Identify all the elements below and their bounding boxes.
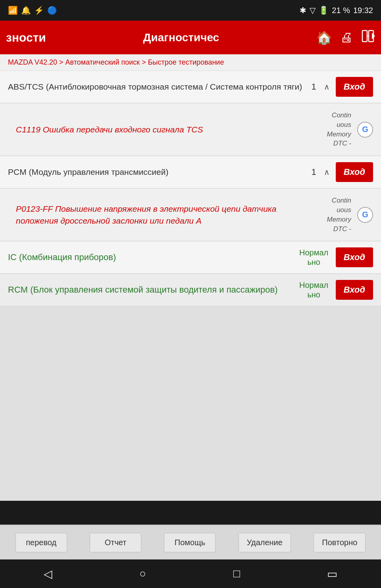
nav-title-left: зности [6,31,46,44]
nav-icons: 🏠 🖨 [316,29,375,46]
menu-button[interactable]: ▭ [327,567,337,580]
pcm-dtc-text: P0123-FF Повышение напряжения в электрич… [16,203,308,226]
share-nav-button[interactable] [361,29,375,46]
report-button[interactable]: Отчет [90,533,141,552]
home-nav-button[interactable]: 🏠 [316,30,332,45]
abs-enter-button[interactable]: Вход [336,77,373,97]
ic-module-row: IC (Комбинация приборов) Нормально Вход [0,241,381,274]
bluetooth-icon: ✱ [300,6,306,15]
bottom-bar: перевод Отчет Помощь Удаление Повторно [0,525,381,559]
status-left-icons: 📶 🔔 ⚡ 🔵 [8,6,57,15]
home-button[interactable]: ○ [139,567,146,580]
pcm-google-search-button[interactable]: G [357,207,373,223]
back-button[interactable]: ◁ [44,567,52,580]
translate-button[interactable]: перевод [15,533,67,552]
pcm-chevron-icon: ∧ [324,167,330,177]
abs-google-search-button[interactable]: G [357,122,373,138]
abs-dtc-text: C1119 Ошибка передачи входного сигнала T… [16,124,308,135]
pcm-dtc-status: ContinuousMemoryDTC - [308,196,351,234]
pcm-error-count: 1 [308,167,320,177]
notification-icon: 🔔 [21,6,31,15]
battery-icon: 🔋 [319,6,329,15]
print-nav-button[interactable]: 🖨 [340,30,353,45]
nav-title-center: Диагностичес [50,31,312,44]
rcm-module-name: RCM (Блок управления системой защиты вод… [8,285,298,295]
rcm-enter-button[interactable]: Вход [336,280,373,300]
android-nav-bar: ◁ ○ □ ▭ [0,559,381,588]
rcm-module-row: RCM (Блок управления системой защиты вод… [0,274,381,306]
pcm-module-name: PCM (Модуль управления трансмиссией) [8,167,308,177]
breadcrumb: MAZDA V42.20 > Автоматический поиск > Бы… [0,54,381,71]
abs-dtc-status: ContinuousMemoryDTC - [308,111,351,148]
wifi-icon: ▽ [310,6,316,15]
ic-module-status: Нормально [298,248,330,267]
ic-enter-button[interactable]: Вход [336,247,373,267]
abs-module-name: ABS/TCS (Антиблокировочная тормозная сис… [8,82,308,92]
abs-module-row: ABS/TCS (Антиблокировочная тормозная сис… [0,71,381,103]
pcm-enter-button[interactable]: Вход [336,162,373,182]
main-content: MAZDA V42.20 > Автоматический поиск > Бы… [0,54,381,525]
nav-bar: зности Диагностичес 🏠 🖨 [0,21,381,54]
delete-button[interactable]: Удаление [239,533,291,552]
svg-rect-0 [362,31,367,42]
time-display: 19:32 [353,6,373,15]
bluetooth-small-icon: 🔵 [47,6,57,15]
retry-button[interactable]: Повторно [314,533,366,552]
pcm-dtc-row: P0123-FF Повышение напряжения в электрич… [0,189,381,241]
status-bar: 📶 🔔 ⚡ 🔵 ✱ ▽ 🔋 21 % 19:32 [0,0,381,21]
rcm-module-status: Нормально [298,280,330,299]
pcm-module-row: PCM (Модуль управления трансмиссией) 1 ∧… [0,156,381,189]
help-button[interactable]: Помощь [164,533,216,552]
abs-chevron-icon: ∧ [324,82,330,92]
signal-icon: 📶 [8,6,18,15]
usb-icon: ⚡ [34,6,44,15]
status-right-icons: ✱ ▽ 🔋 21 % 19:32 [300,6,373,15]
abs-dtc-row: C1119 Ошибка передачи входного сигнала T… [0,103,381,156]
empty-content-area [0,306,381,501]
abs-error-count: 1 [308,82,320,92]
battery-percent: 21 % [332,6,350,15]
ic-module-name: IC (Комбинация приборов) [8,252,298,262]
recent-apps-button[interactable]: □ [233,567,240,580]
